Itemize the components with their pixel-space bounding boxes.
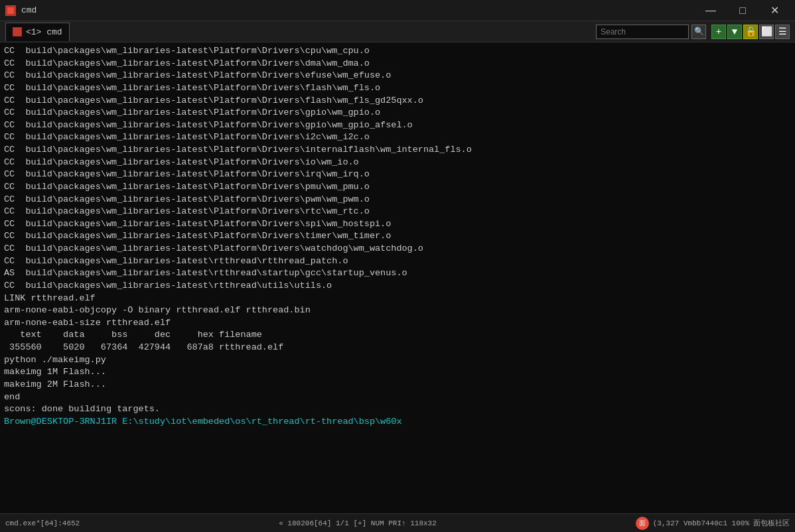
terminal-line: AS build\packages\wm_libraries-latest\rt… xyxy=(4,267,791,280)
terminal-line: CC build\packages\wm_libraries-latest\Pl… xyxy=(4,243,791,255)
terminal-line: CC build\packages\wm_libraries-latest\Pl… xyxy=(4,58,791,70)
terminal-line: text data bss dec hex filename xyxy=(4,329,791,342)
terminal-line: CC build\packages\wm_libraries-latest\Pl… xyxy=(4,95,791,107)
terminal-line: python ./makeimg.py xyxy=(4,354,791,367)
terminal-line: CC build\packages\wm_libraries-latest\rt… xyxy=(4,280,791,293)
terminal-line: arm-none-eabi-objcopy -O binary rtthread… xyxy=(4,304,791,317)
brand-label: 面包板社区 xyxy=(753,518,790,528)
terminal-line: CC build\packages\wm_libraries-latest\Pl… xyxy=(4,107,791,119)
terminal-line: CC build\packages\wm_libraries-latest\Pl… xyxy=(4,119,791,132)
search-input[interactable] xyxy=(596,25,689,39)
brand-icon: 面 xyxy=(636,517,649,530)
toolbar-buttons: + ▼ 🔒 ⬜ ☰ xyxy=(711,25,790,39)
terminal-line: 355560 5020 67364 427944 687a8 rtthread.… xyxy=(4,342,791,354)
terminal-line: CC build\packages\wm_libraries-latest\Pl… xyxy=(4,45,791,58)
terminal-line: CC build\packages\wm_libraries-latest\Pl… xyxy=(4,144,791,157)
terminal-line: Brown@DESKTOP-3RNJ1IR E:\study\iot\embed… xyxy=(4,416,791,429)
tab-icon xyxy=(13,27,22,36)
terminal-line: makeimg 2M Flash... xyxy=(4,379,791,391)
terminal-line: CC build\packages\wm_libraries-latest\Pl… xyxy=(4,194,791,206)
lock-button[interactable]: 🔒 xyxy=(743,25,758,39)
terminal-line: CC build\packages\wm_libraries-latest\Pl… xyxy=(4,131,791,144)
terminal-line: CC build\packages\wm_libraries-latest\Pl… xyxy=(4,157,791,169)
tabbar: <1> cmd 🔍 + ▼ 🔒 ⬜ ☰ xyxy=(0,21,795,42)
close-button[interactable]: ✕ xyxy=(759,1,790,20)
split-button[interactable]: ⬜ xyxy=(759,25,774,39)
terminal-line: CC build\packages\wm_libraries-latest\Pl… xyxy=(4,168,791,181)
terminal-output: CC build\packages\wm_libraries-latest\Pl… xyxy=(0,42,795,513)
terminal-line: CC build\packages\wm_libraries-latest\Pl… xyxy=(4,218,791,231)
dropdown-button[interactable]: ▼ xyxy=(727,25,742,39)
menu-button[interactable]: ☰ xyxy=(775,25,790,39)
search-area: 🔍 + ▼ 🔒 ⬜ ☰ xyxy=(596,25,790,39)
titlebar-title: cmd xyxy=(21,5,695,15)
terminal-line: arm-none-eabi-size rtthread.elf xyxy=(4,317,791,330)
terminal-line: CC build\packages\wm_libraries-latest\Pl… xyxy=(4,230,791,243)
app-icon xyxy=(5,5,16,16)
status-right: 面 (3,327 Vmbb7440c1 100% 面包板社区 xyxy=(636,517,790,530)
status-right-text: (3,327 Vmbb7440c1 100% xyxy=(653,519,749,527)
terminal-line: end xyxy=(4,391,791,404)
terminal-line: LINK rtthread.elf xyxy=(4,293,791,305)
terminal-line: CC build\packages\wm_libraries-latest\rt… xyxy=(4,255,791,268)
minimize-button[interactable]: — xyxy=(695,1,726,20)
titlebar: cmd — □ ✕ xyxy=(0,0,795,21)
terminal-line: CC build\packages\wm_libraries-latest\Pl… xyxy=(4,70,791,82)
window-controls: — □ ✕ xyxy=(695,1,790,20)
terminal-line: CC build\packages\wm_libraries-latest\Pl… xyxy=(4,181,791,194)
terminal-line: scons: done building targets. xyxy=(4,403,791,416)
search-button[interactable]: 🔍 xyxy=(691,25,706,39)
tab-label: <1> cmd xyxy=(26,27,62,37)
add-button[interactable]: + xyxy=(711,25,726,39)
status-center: « 180206[64] 1/1 [+] NUM PRI↑ 118x32 xyxy=(85,519,630,527)
maximize-button[interactable]: □ xyxy=(727,1,758,20)
status-left: cmd.exe*[64]:4652 xyxy=(5,519,80,527)
terminal-line: CC build\packages\wm_libraries-latest\Pl… xyxy=(4,206,791,218)
statusbar: cmd.exe*[64]:4652 « 180206[64] 1/1 [+] N… xyxy=(0,513,795,532)
terminal-line: CC build\packages\wm_libraries-latest\Pl… xyxy=(4,82,791,95)
tab-cmd[interactable]: <1> cmd xyxy=(5,23,70,41)
terminal-line: makeimg 1M Flash... xyxy=(4,366,791,379)
